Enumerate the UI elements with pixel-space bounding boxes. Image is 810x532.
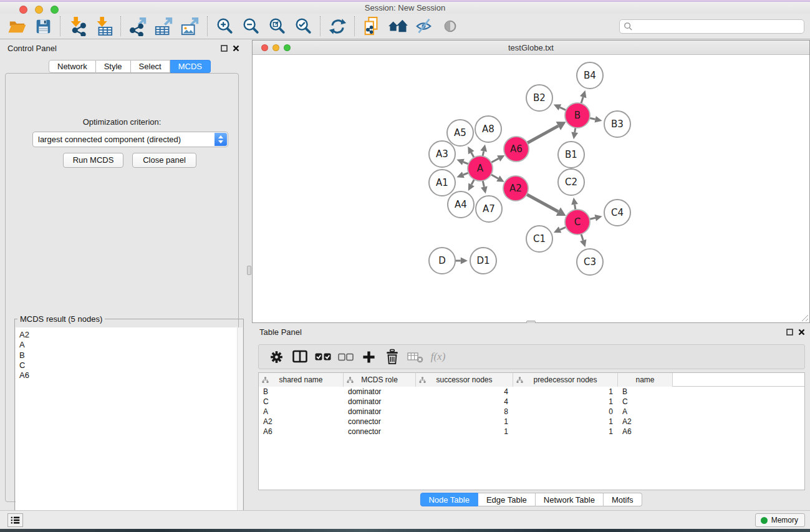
graph-node-D1[interactable]: D1 (470, 248, 496, 274)
search-input[interactable] (633, 22, 804, 31)
zoom-in-button[interactable] (211, 15, 238, 37)
float-panel-icon[interactable] (220, 44, 228, 52)
vertical-splitter-grip[interactable] (247, 266, 251, 275)
float-table-panel-icon[interactable] (786, 328, 794, 336)
table-cell[interactable]: A (618, 407, 673, 417)
export-table-button[interactable] (151, 15, 177, 37)
mcds-list-scrollbar[interactable] (237, 327, 243, 532)
close-table-panel-icon[interactable] (798, 328, 806, 336)
create-column-button[interactable] (357, 346, 380, 368)
tab-mcds[interactable]: MCDS (170, 60, 211, 73)
table-cell[interactable]: dominator (344, 387, 416, 397)
table-cell[interactable]: A (259, 407, 344, 417)
tab-select[interactable]: Select (131, 60, 170, 73)
table-cell[interactable]: 1 (513, 387, 618, 397)
table-cell[interactable]: 4 (416, 397, 513, 407)
table-cell[interactable]: 1 (513, 417, 618, 427)
graph-node-A7[interactable]: A7 (476, 196, 502, 222)
table-cell[interactable]: 1 (416, 417, 513, 427)
table-cell[interactable]: 1 (513, 427, 618, 437)
graph-node-A4[interactable]: A4 (448, 191, 474, 218)
table-cell[interactable]: dominator (344, 407, 416, 417)
graph-node-B3[interactable]: B3 (604, 111, 630, 137)
zoom-window-button[interactable] (51, 6, 59, 14)
table-cell[interactable]: 4 (416, 387, 513, 397)
close-panel-icon[interactable] (232, 44, 240, 52)
graph-node-A1[interactable]: A1 (429, 170, 455, 196)
graph-node-B2[interactable]: B2 (526, 85, 552, 111)
import-network-button[interactable] (64, 15, 90, 37)
tab-node-table[interactable]: Node Table (420, 493, 478, 506)
show-column-button[interactable] (288, 346, 311, 368)
graph-node-B4[interactable]: B4 (577, 62, 603, 89)
table-cell[interactable]: A2 (618, 417, 673, 427)
table-cell[interactable]: A6 (618, 427, 673, 437)
column-header-successor-nodes[interactable]: successor nodes (416, 373, 513, 387)
table-row[interactable]: Adominator80A (259, 407, 804, 417)
tab-edge-table[interactable]: Edge Table (478, 493, 536, 506)
table-cell[interactable]: 1 (416, 427, 513, 437)
table-cell[interactable]: dominator (344, 397, 416, 407)
graph-node-C3[interactable]: C3 (577, 249, 603, 275)
table-cell[interactable]: A2 (259, 417, 344, 427)
import-table-button[interactable] (90, 15, 117, 37)
tab-network[interactable]: Network (49, 60, 96, 73)
hide-selected-button[interactable] (411, 15, 437, 37)
graph-node-B1[interactable]: B1 (558, 142, 584, 168)
table-cell[interactable]: connector (344, 427, 416, 437)
reset-view-button[interactable] (385, 15, 411, 37)
tab-network-table[interactable]: Network Table (536, 493, 604, 506)
delete-table-button[interactable] (403, 346, 427, 368)
table-cell[interactable]: C (259, 397, 344, 407)
table-settings-button[interactable] (265, 346, 288, 368)
network-window-titlebar[interactable]: testGlobe.txt (253, 41, 809, 55)
graph-node-C4[interactable]: C4 (604, 200, 630, 226)
delete-columns-button[interactable] (380, 346, 403, 368)
function-builder-button[interactable]: f(x) (427, 346, 450, 368)
run-mcds-button[interactable]: Run MCDS (63, 153, 123, 168)
export-image-button[interactable] (177, 15, 203, 37)
table-row[interactable]: Cdominator41C (259, 397, 804, 407)
mcds-result-item[interactable]: A2 (19, 330, 243, 340)
zoom-fit-button[interactable] (264, 15, 290, 37)
table-row[interactable]: A2connector11A2 (259, 417, 804, 427)
minimize-network-button[interactable] (272, 44, 279, 51)
table-cell[interactable]: connector (344, 417, 416, 427)
graph-node-A8[interactable]: A8 (475, 116, 501, 142)
show-all-button[interactable] (437, 15, 463, 37)
close-network-button[interactable] (261, 44, 268, 51)
network-canvas[interactable]: A5A8A3AA1A4A7A6A2BB2B4B3B1CC2C4C1C3DD1 (253, 56, 809, 323)
table-cell[interactable]: A6 (259, 427, 344, 437)
table-row[interactable]: A6connector11A6 (259, 427, 804, 437)
graph-node-A3[interactable]: A3 (429, 141, 455, 167)
column-header-predecessor-nodes[interactable]: predecessor nodes (513, 373, 618, 387)
graph-node-A6[interactable]: A6 (504, 137, 529, 162)
open-session-button[interactable] (4, 15, 30, 37)
graph-node-C2[interactable]: C2 (558, 169, 584, 195)
tab-motifs[interactable]: Motifs (604, 493, 642, 506)
table-cell[interactable]: 0 (513, 407, 618, 417)
column-header-name[interactable]: name (618, 373, 673, 387)
table-cell[interactable]: 8 (416, 407, 513, 417)
select-all-button[interactable] (311, 346, 334, 368)
graph-node-A2[interactable]: A2 (503, 176, 528, 201)
graph-node-A5[interactable]: A5 (447, 120, 473, 146)
mcds-result-item[interactable]: A6 (19, 370, 243, 380)
table-cell[interactable]: B (259, 387, 344, 397)
graph-node-C1[interactable]: C1 (526, 226, 552, 252)
minimize-window-button[interactable] (35, 6, 43, 14)
tab-style[interactable]: Style (96, 60, 131, 73)
table-row[interactable]: Bdominator41B (259, 387, 804, 397)
graph-node-B[interactable]: B (565, 103, 590, 128)
mcds-result-list[interactable]: A2ABCA6 (16, 327, 243, 532)
graph-node-D[interactable]: D (429, 248, 455, 274)
apply-layout-button[interactable] (324, 15, 350, 37)
zoom-out-button[interactable] (238, 15, 264, 37)
graph-node-C[interactable]: C (565, 210, 590, 235)
save-session-button[interactable] (30, 15, 56, 37)
graph-node-A[interactable]: A (468, 156, 493, 181)
new-network-from-selection-button[interactable] (359, 15, 385, 37)
memory-button[interactable]: Memory (755, 513, 805, 527)
search-box[interactable] (619, 19, 804, 34)
close-window-button[interactable] (19, 6, 27, 14)
